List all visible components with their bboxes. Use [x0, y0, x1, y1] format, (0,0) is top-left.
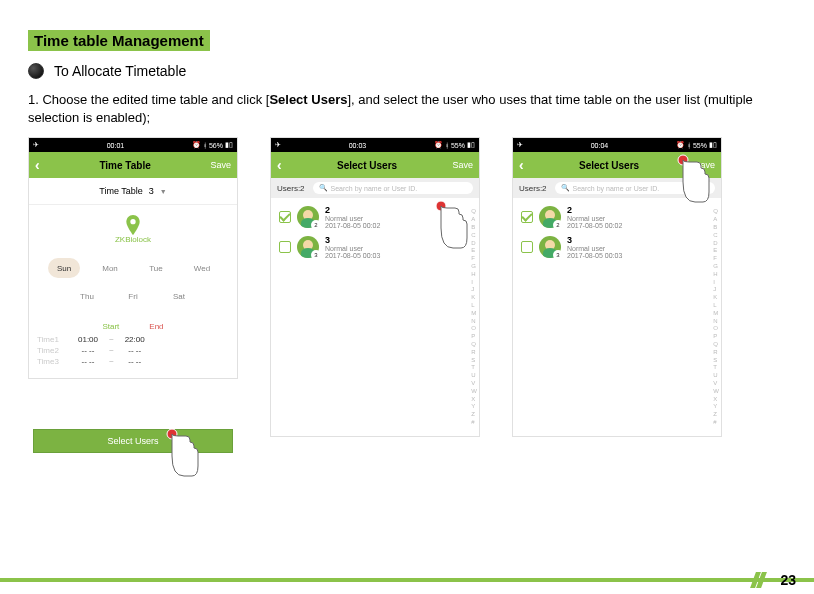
alpha-letter[interactable]: Q: [713, 341, 719, 349]
alpha-letter[interactable]: A: [713, 216, 719, 224]
row-end: -- --: [120, 357, 150, 366]
alpha-letter[interactable]: H: [713, 271, 719, 279]
day-thu[interactable]: Thu: [71, 286, 103, 306]
page-number: 23: [780, 572, 796, 588]
day-sun[interactable]: Sun: [48, 258, 80, 278]
time-rows: Start End Time1 01:00 ~ 22:00 Time2 -- -…: [29, 316, 237, 378]
day-fri[interactable]: Fri: [117, 286, 149, 306]
alpha-letter[interactable]: I: [713, 279, 719, 287]
alpha-letter[interactable]: S: [471, 357, 477, 365]
day-wed[interactable]: Wed: [186, 258, 218, 278]
alpha-letter[interactable]: M: [713, 310, 719, 318]
alpha-letter[interactable]: D: [713, 240, 719, 248]
alpha-letter[interactable]: Y: [713, 403, 719, 411]
alpha-letter[interactable]: N: [471, 318, 477, 326]
time-row-3[interactable]: Time3 -- -- ~ -- --: [37, 357, 229, 366]
battery-icon: ▮▯: [225, 141, 233, 149]
alpha-letter[interactable]: P: [471, 333, 477, 341]
alpha-letter[interactable]: L: [471, 302, 477, 310]
pin-icon: [125, 215, 141, 235]
user-ts: 2017-08-05 00:03: [567, 252, 713, 259]
alpha-letter[interactable]: J: [713, 286, 719, 294]
footer-bar: [0, 578, 814, 582]
select-users-button[interactable]: Select Users: [33, 429, 233, 453]
alpha-letter[interactable]: K: [713, 294, 719, 302]
back-button[interactable]: ‹: [277, 157, 282, 173]
row-label: Time2: [37, 346, 67, 355]
select-users-label: Select Users: [107, 436, 158, 446]
hand-pointer-icon: [164, 426, 204, 481]
tt-label: Time Table: [99, 186, 143, 196]
day-mon[interactable]: Mon: [94, 258, 126, 278]
alpha-letter[interactable]: J: [471, 286, 477, 294]
alpha-letter[interactable]: Y: [471, 403, 477, 411]
alpha-letter[interactable]: L: [713, 302, 719, 310]
alpha-letter[interactable]: R: [713, 349, 719, 357]
checkbox[interactable]: [279, 211, 291, 223]
tilde: ~: [109, 346, 114, 355]
alpha-letter[interactable]: O: [471, 325, 477, 333]
alpha-letter[interactable]: F: [713, 255, 719, 263]
alpha-letter[interactable]: N: [713, 318, 719, 326]
alpha-letter[interactable]: F: [471, 255, 477, 263]
alpha-letter[interactable]: O: [713, 325, 719, 333]
alpha-letter[interactable]: Z: [471, 411, 477, 419]
days-grid: Sun Mon Tue Wed Thu Fri Sat: [29, 248, 237, 316]
document-page: Time table Management To Allocate Timeta…: [0, 0, 814, 453]
alpha-letter[interactable]: X: [471, 396, 477, 404]
user-row[interactable]: 3 3 Normal user 2017-08-05 00:03: [513, 232, 721, 262]
alpha-letter[interactable]: G: [471, 263, 477, 271]
alpha-letter[interactable]: K: [471, 294, 477, 302]
users-count: Users:2: [519, 184, 547, 193]
checkbox[interactable]: [279, 241, 291, 253]
alpha-letter[interactable]: Z: [713, 411, 719, 419]
alpha-letter[interactable]: G: [713, 263, 719, 271]
subsection-title: To Allocate Timetable: [54, 63, 186, 79]
alpha-letter[interactable]: M: [471, 310, 477, 318]
checkbox[interactable]: [521, 211, 533, 223]
alpha-letter[interactable]: T: [471, 364, 477, 372]
alpha-index[interactable]: QABCDEFGHIJKLMNOPQRSTUVWXYZ#: [713, 208, 719, 426]
timetable-selector[interactable]: Time Table 3 ▼: [29, 178, 237, 205]
alpha-letter[interactable]: V: [713, 380, 719, 388]
header-title: Time Table: [99, 160, 150, 171]
alpha-letter[interactable]: Q: [713, 208, 719, 216]
day-tue[interactable]: Tue: [140, 258, 172, 278]
alpha-letter[interactable]: #: [471, 419, 477, 427]
status-time: 00:03: [349, 142, 367, 149]
save-button[interactable]: Save: [210, 160, 231, 170]
row-start: -- --: [73, 346, 103, 355]
checkbox[interactable]: [521, 241, 533, 253]
back-button[interactable]: ‹: [519, 157, 524, 173]
alpha-letter[interactable]: E: [713, 247, 719, 255]
time-row-2[interactable]: Time2 -- -- ~ -- --: [37, 346, 229, 355]
alpha-letter[interactable]: C: [713, 232, 719, 240]
alpha-letter[interactable]: U: [471, 372, 477, 380]
alpha-letter[interactable]: I: [471, 279, 477, 287]
alpha-letter[interactable]: W: [471, 388, 477, 396]
bt-icon: ᚼ: [445, 142, 449, 149]
search-input[interactable]: 🔍 Search by name or User ID.: [313, 182, 473, 194]
bt-icon: ᚼ: [203, 142, 207, 149]
alpha-letter[interactable]: #: [713, 419, 719, 427]
back-button[interactable]: ‹: [35, 157, 40, 173]
alpha-letter[interactable]: U: [713, 372, 719, 380]
user-list: 2 2 Normal user 2017-08-05 00:02 3 3 Nor…: [513, 198, 721, 266]
header-title: Select Users: [337, 160, 397, 171]
alpha-letter[interactable]: X: [713, 396, 719, 404]
time-row-1[interactable]: Time1 01:00 ~ 22:00: [37, 335, 229, 344]
alpha-letter[interactable]: Q: [471, 341, 477, 349]
alpha-letter[interactable]: H: [471, 271, 477, 279]
alpha-letter[interactable]: S: [713, 357, 719, 365]
instruction-bold: Select Users: [269, 92, 347, 107]
day-sat[interactable]: Sat: [163, 286, 195, 306]
search-icon: 🔍: [561, 184, 570, 192]
alpha-letter[interactable]: V: [471, 380, 477, 388]
alpha-letter[interactable]: R: [471, 349, 477, 357]
save-button[interactable]: Save: [452, 160, 473, 170]
alpha-letter[interactable]: B: [713, 224, 719, 232]
alpha-letter[interactable]: T: [713, 364, 719, 372]
alpha-letter[interactable]: P: [713, 333, 719, 341]
alpha-letter[interactable]: W: [713, 388, 719, 396]
avatar-badge: 2: [311, 220, 321, 230]
